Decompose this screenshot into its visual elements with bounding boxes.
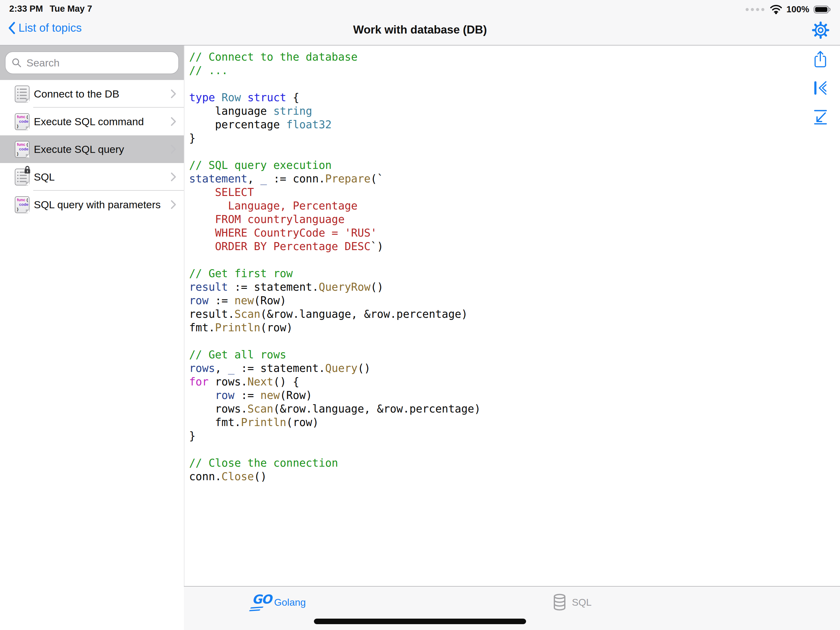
func-code-doc-icon: func {code} (15, 141, 30, 158)
sidebar-item-label: Execute SQL command (34, 116, 144, 128)
code-line: result.Scan(&row.language, &row.percenta… (189, 307, 481, 321)
code-line (189, 77, 481, 91)
collapse-button[interactable] (811, 108, 829, 126)
sidebar-item-execute-sql-command[interactable]: func {code}Execute SQL command (0, 108, 184, 135)
code-line: } (189, 429, 481, 443)
database-icon (552, 594, 567, 611)
collapse-down-left-icon (811, 108, 829, 126)
sidebar: Search Connect to the DBfunc {code}Execu… (0, 46, 185, 630)
wifi-icon (770, 5, 782, 14)
page-title: Work with database (DB) (353, 24, 487, 36)
battery-icon (813, 5, 831, 14)
code-line: Language, Percentage (189, 199, 481, 212)
chevron-right-icon (171, 89, 177, 99)
search-input[interactable]: Search (5, 51, 179, 74)
code-line: row := new(Row) (189, 388, 481, 402)
sidebar-item-execute-sql-query[interactable]: func {code}Execute SQL query (0, 135, 184, 163)
skip-to-start-icon (811, 79, 829, 97)
go-logo-icon: GO (250, 593, 269, 612)
code-line: percentage float32 (189, 118, 481, 131)
sidebar-item-label: Execute SQL query (34, 143, 124, 155)
status-bar-right: 100% (745, 4, 831, 14)
chevron-left-icon (7, 22, 16, 35)
search-placeholder: Search (27, 57, 60, 69)
gear-icon[interactable] (812, 21, 829, 40)
code-line: type Row struct { (189, 91, 481, 104)
home-indicator[interactable] (314, 619, 526, 624)
back-button-label: List of topics (19, 22, 82, 35)
doc-list-lock-icon (15, 169, 30, 185)
code-line: // Get first row (189, 267, 481, 280)
func-code-doc-icon: func {code} (15, 113, 30, 130)
search-icon (12, 58, 22, 68)
share-icon (811, 50, 829, 68)
chevron-right-icon (171, 117, 177, 127)
row-divider (33, 190, 184, 191)
code-line: ORDER BY Percentage DESC`) (189, 240, 481, 253)
code-line: // Close the connection (189, 456, 481, 470)
top-bar: 2:33 PM Tue May 7 100% (0, 0, 840, 46)
code-line: rows, _ := statement.Query() (189, 361, 481, 375)
code-line (189, 145, 481, 158)
code-line (189, 334, 481, 348)
sidebar-item-label: SQL (34, 171, 55, 183)
code-line: result := statement.QueryRow() (189, 280, 481, 294)
chevron-right-icon (171, 144, 177, 154)
code-line: language string (189, 104, 481, 118)
lock-icon (24, 166, 32, 175)
tab-sql-label: SQL (572, 597, 592, 608)
code-line: FROM countrylanguage (189, 212, 481, 226)
sidebar-item-sql-query-with-parameters[interactable]: func {code}SQL query with parameters (0, 191, 184, 218)
row-divider (33, 107, 184, 108)
code-line: // Get all rows (189, 348, 481, 361)
code-line: WHERE CountryCode = 'RUS' (189, 226, 481, 240)
code-line: fmt.Println(row) (189, 416, 481, 429)
code-line: // Connect to the database (189, 50, 481, 64)
code-line: } (189, 131, 481, 145)
chevron-right-icon (171, 199, 177, 209)
doc-list-icon (15, 85, 30, 103)
skip-to-start-button[interactable] (811, 79, 829, 97)
status-time: 2:33 PM (9, 4, 43, 14)
back-button[interactable]: List of topics (7, 22, 82, 35)
code-line (189, 443, 481, 456)
code-line: rows.Scan(&row.language, &row.percentage… (189, 402, 481, 416)
status-bar-left: 2:33 PM Tue May 7 (9, 4, 92, 14)
code-line: // SQL query execution (189, 158, 481, 172)
code-line (189, 253, 481, 267)
status-date: Tue May 7 (50, 4, 92, 14)
sidebar-item-connect-to-the-db[interactable]: Connect to the DB (0, 80, 184, 108)
tab-golang[interactable]: GO Golang (250, 592, 306, 613)
code-line: statement, _ := conn.Prepare(` (189, 172, 481, 185)
code-line: conn.Close() (189, 470, 481, 483)
sidebar-item-sql[interactable]: SQL (0, 163, 184, 191)
tab-sql[interactable]: SQL (552, 592, 592, 613)
share-button[interactable] (811, 50, 829, 68)
search-section: Search (0, 46, 184, 80)
chevron-right-icon (171, 172, 177, 182)
tab-golang-label: Golang (274, 597, 306, 608)
app-screen: 2:33 PM Tue May 7 100% (0, 0, 840, 630)
code-line: SELECT (189, 185, 481, 199)
cellular-dots-icon (745, 8, 766, 11)
code-view: // Connect to the database// ... type Ro… (189, 50, 481, 483)
code-line: // ... (189, 64, 481, 77)
code-line: for rows.Next() { (189, 375, 481, 388)
func-code-doc-icon: func {code} (15, 196, 30, 213)
sidebar-item-label: SQL query with parameters (34, 199, 161, 211)
sidebar-item-label: Connect to the DB (34, 88, 119, 100)
battery-percent: 100% (786, 4, 809, 14)
code-line: row := new(Row) (189, 294, 481, 307)
code-line: fmt.Println(row) (189, 321, 481, 334)
